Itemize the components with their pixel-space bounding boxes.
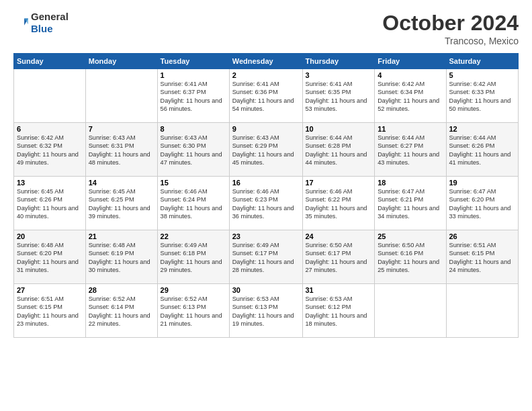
table-cell: 4Sunrise: 6:42 AM Sunset: 6:34 PM Daylig…: [375, 69, 446, 123]
day-number: 31: [306, 286, 372, 294]
day-info: Sunrise: 6:50 AM Sunset: 6:16 PM Dayligh…: [378, 241, 443, 275]
table-cell: 26Sunrise: 6:51 AM Sunset: 6:15 PM Dayli…: [446, 230, 519, 284]
table-cell: 11Sunrise: 6:44 AM Sunset: 6:27 PM Dayli…: [375, 123, 446, 177]
logo-icon: [13, 15, 28, 30]
calendar-week-row: 20Sunrise: 6:48 AM Sunset: 6:20 PM Dayli…: [14, 230, 519, 284]
day-number: 30: [232, 286, 300, 294]
page: General Blue October 2024 Trancoso, Mexi…: [0, 0, 532, 411]
title-block: October 2024 Trancoso, Mexico: [382, 11, 519, 46]
location: Trancoso, Mexico: [382, 36, 519, 46]
day-info: Sunrise: 6:44 AM Sunset: 6:27 PM Dayligh…: [378, 134, 443, 167]
day-info: Sunrise: 6:43 AM Sunset: 6:31 PM Dayligh…: [89, 134, 154, 167]
day-number: 10: [306, 125, 372, 133]
day-number: 20: [17, 232, 83, 240]
table-cell: [14, 69, 86, 123]
table-cell: 21Sunrise: 6:48 AM Sunset: 6:19 PM Dayli…: [85, 230, 157, 284]
calendar-body: 1Sunrise: 6:41 AM Sunset: 6:37 PM Daylig…: [14, 69, 519, 338]
table-cell: 23Sunrise: 6:49 AM Sunset: 6:17 PM Dayli…: [229, 230, 302, 284]
table-cell: 15Sunrise: 6:46 AM Sunset: 6:24 PM Dayli…: [157, 177, 229, 230]
table-cell: 25Sunrise: 6:50 AM Sunset: 6:16 PM Dayli…: [375, 230, 446, 284]
table-cell: 18Sunrise: 6:47 AM Sunset: 6:21 PM Dayli…: [375, 177, 446, 230]
day-info: Sunrise: 6:43 AM Sunset: 6:30 PM Dayligh…: [161, 134, 226, 167]
day-info: Sunrise: 6:53 AM Sunset: 6:13 PM Dayligh…: [232, 295, 300, 328]
day-number: 26: [449, 232, 516, 240]
table-cell: 19Sunrise: 6:47 AM Sunset: 6:20 PM Dayli…: [446, 177, 519, 230]
day-number: 18: [378, 179, 443, 187]
table-cell: 3Sunrise: 6:41 AM Sunset: 6:35 PM Daylig…: [302, 69, 375, 123]
day-info: Sunrise: 6:44 AM Sunset: 6:28 PM Dayligh…: [306, 134, 372, 167]
day-number: 21: [89, 232, 154, 240]
calendar-week-row: 1Sunrise: 6:41 AM Sunset: 6:37 PM Daylig…: [14, 69, 519, 123]
table-cell: 14Sunrise: 6:45 AM Sunset: 6:25 PM Dayli…: [85, 177, 157, 230]
table-cell: 22Sunrise: 6:49 AM Sunset: 6:18 PM Dayli…: [157, 230, 229, 284]
table-cell: 8Sunrise: 6:43 AM Sunset: 6:30 PM Daylig…: [157, 123, 229, 177]
day-number: 8: [161, 125, 226, 133]
day-info: Sunrise: 6:46 AM Sunset: 6:23 PM Dayligh…: [232, 187, 300, 221]
table-cell: [375, 284, 446, 338]
header: General Blue October 2024 Trancoso, Mexi…: [13, 11, 519, 46]
calendar-week-row: 6Sunrise: 6:42 AM Sunset: 6:32 PM Daylig…: [14, 123, 519, 177]
table-cell: 5Sunrise: 6:42 AM Sunset: 6:33 PM Daylig…: [446, 69, 519, 123]
col-friday: Friday: [375, 54, 446, 69]
table-cell: 20Sunrise: 6:48 AM Sunset: 6:20 PM Dayli…: [14, 230, 86, 284]
day-number: 12: [449, 125, 516, 133]
day-info: Sunrise: 6:49 AM Sunset: 6:18 PM Dayligh…: [161, 241, 226, 275]
table-cell: 10Sunrise: 6:44 AM Sunset: 6:28 PM Dayli…: [302, 123, 375, 177]
month-title: October 2024: [382, 11, 519, 36]
day-info: Sunrise: 6:52 AM Sunset: 6:14 PM Dayligh…: [89, 295, 154, 328]
day-info: Sunrise: 6:42 AM Sunset: 6:33 PM Dayligh…: [449, 80, 516, 113]
table-cell: 12Sunrise: 6:44 AM Sunset: 6:26 PM Dayli…: [446, 123, 519, 177]
day-info: Sunrise: 6:47 AM Sunset: 6:20 PM Dayligh…: [449, 187, 516, 221]
day-info: Sunrise: 6:42 AM Sunset: 6:34 PM Dayligh…: [378, 80, 443, 113]
day-info: Sunrise: 6:43 AM Sunset: 6:29 PM Dayligh…: [232, 134, 300, 167]
table-cell: 1Sunrise: 6:41 AM Sunset: 6:37 PM Daylig…: [157, 69, 229, 123]
day-info: Sunrise: 6:45 AM Sunset: 6:26 PM Dayligh…: [17, 187, 83, 221]
logo-text: General Blue: [31, 11, 69, 35]
table-cell: 9Sunrise: 6:43 AM Sunset: 6:29 PM Daylig…: [229, 123, 302, 177]
day-info: Sunrise: 6:46 AM Sunset: 6:24 PM Dayligh…: [161, 187, 226, 221]
day-number: 5: [449, 71, 516, 79]
day-info: Sunrise: 6:48 AM Sunset: 6:19 PM Dayligh…: [89, 241, 154, 275]
table-cell: 24Sunrise: 6:50 AM Sunset: 6:17 PM Dayli…: [302, 230, 375, 284]
calendar-header-row: Sunday Monday Tuesday Wednesday Thursday…: [14, 54, 519, 69]
day-number: 24: [306, 232, 372, 240]
col-tuesday: Tuesday: [157, 54, 229, 69]
day-info: Sunrise: 6:53 AM Sunset: 6:12 PM Dayligh…: [306, 295, 372, 328]
day-number: 11: [378, 125, 443, 133]
table-cell: 27Sunrise: 6:51 AM Sunset: 6:15 PM Dayli…: [14, 284, 86, 338]
day-number: 4: [378, 71, 443, 79]
col-saturday: Saturday: [446, 54, 519, 69]
table-cell: 31Sunrise: 6:53 AM Sunset: 6:12 PM Dayli…: [302, 284, 375, 338]
table-cell: 29Sunrise: 6:52 AM Sunset: 6:13 PM Dayli…: [157, 284, 229, 338]
day-info: Sunrise: 6:51 AM Sunset: 6:15 PM Dayligh…: [449, 241, 516, 275]
day-number: 3: [306, 71, 372, 79]
day-number: 17: [306, 179, 372, 187]
table-cell: 30Sunrise: 6:53 AM Sunset: 6:13 PM Dayli…: [229, 284, 302, 338]
day-info: Sunrise: 6:49 AM Sunset: 6:17 PM Dayligh…: [232, 241, 300, 275]
day-number: 7: [89, 125, 154, 133]
logo-blue: Blue: [31, 23, 53, 34]
day-number: 27: [17, 286, 83, 294]
day-number: 22: [161, 232, 226, 240]
col-wednesday: Wednesday: [229, 54, 302, 69]
day-number: 19: [449, 179, 516, 187]
day-number: 29: [161, 286, 226, 294]
day-number: 23: [232, 232, 300, 240]
table-cell: 28Sunrise: 6:52 AM Sunset: 6:14 PM Dayli…: [85, 284, 157, 338]
day-info: Sunrise: 6:41 AM Sunset: 6:36 PM Dayligh…: [232, 80, 300, 113]
day-number: 2: [232, 71, 300, 79]
col-sunday: Sunday: [14, 54, 86, 69]
day-info: Sunrise: 6:41 AM Sunset: 6:37 PM Dayligh…: [161, 80, 226, 113]
day-info: Sunrise: 6:46 AM Sunset: 6:22 PM Dayligh…: [306, 187, 372, 221]
logo-general: General: [31, 11, 69, 22]
col-monday: Monday: [85, 54, 157, 69]
table-cell: 17Sunrise: 6:46 AM Sunset: 6:22 PM Dayli…: [302, 177, 375, 230]
col-thursday: Thursday: [302, 54, 375, 69]
table-cell: 7Sunrise: 6:43 AM Sunset: 6:31 PM Daylig…: [85, 123, 157, 177]
calendar-week-row: 27Sunrise: 6:51 AM Sunset: 6:15 PM Dayli…: [14, 284, 519, 338]
day-number: 9: [232, 125, 300, 133]
table-cell: 6Sunrise: 6:42 AM Sunset: 6:32 PM Daylig…: [14, 123, 86, 177]
day-number: 25: [378, 232, 443, 240]
day-info: Sunrise: 6:50 AM Sunset: 6:17 PM Dayligh…: [306, 241, 372, 275]
calendar-week-row: 13Sunrise: 6:45 AM Sunset: 6:26 PM Dayli…: [14, 177, 519, 230]
